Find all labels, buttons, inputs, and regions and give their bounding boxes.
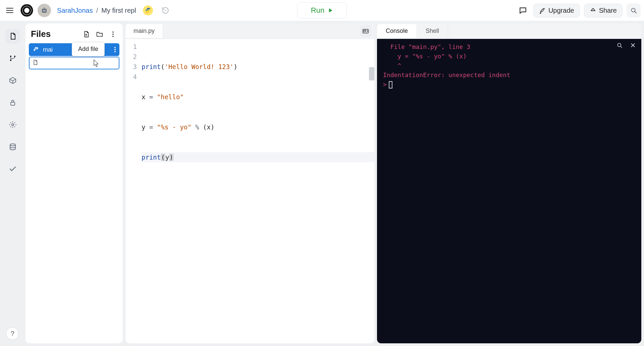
console-tabs: Console Shell xyxy=(377,23,641,39)
upgrade-button[interactable]: Upgrade xyxy=(533,4,580,17)
rail-version[interactable] xyxy=(5,51,20,66)
files-title: Files xyxy=(31,29,82,39)
term-line-1: File "main.py", line 3 xyxy=(383,42,635,52)
markdown-preview-button[interactable] xyxy=(360,25,372,37)
topbar-right: Upgrade Share xyxy=(517,3,641,17)
play-icon xyxy=(328,8,333,13)
side-rail xyxy=(3,23,23,343)
editor-scrollbar[interactable] xyxy=(369,67,374,80)
spiral-icon xyxy=(20,4,34,17)
tab-shell[interactable]: Shell xyxy=(417,24,448,38)
new-file-input[interactable] xyxy=(42,60,116,66)
share-icon xyxy=(590,7,596,14)
new-file-row[interactable] xyxy=(29,57,119,69)
term-line-2: y = "%s - yo" % (x) xyxy=(383,52,635,61)
editor-panel: main.py 1 2 3 4 print('Hello World! 123'… xyxy=(125,23,374,343)
rail-settings[interactable] xyxy=(5,117,20,132)
close-icon xyxy=(630,42,636,48)
add-folder-button[interactable] xyxy=(95,30,104,39)
check-icon xyxy=(9,165,17,173)
terminal-cursor xyxy=(389,81,392,89)
console-panel: Console Shell File "main.py", line 3 y =… xyxy=(377,23,641,343)
upgrade-label: Upgrade xyxy=(548,7,574,14)
search-icon xyxy=(630,7,637,14)
robot-icon xyxy=(40,6,48,14)
svg-point-6 xyxy=(10,56,11,57)
logo-icon[interactable] xyxy=(19,3,34,18)
gutter: 1 2 3 4 xyxy=(125,42,142,343)
topbar: SarahJonas / My first repl Run Upgrade S… xyxy=(0,0,644,21)
file-item-more[interactable] xyxy=(114,47,116,52)
breadcrumb-user[interactable]: SarahJonas xyxy=(57,7,93,14)
workspace: Files Add file mai xyxy=(0,21,644,346)
terminal-tools xyxy=(616,42,637,49)
svg-rect-3 xyxy=(44,7,45,9)
database-icon xyxy=(9,143,17,151)
rocket-icon xyxy=(539,7,546,14)
breadcrumb-project[interactable]: My first repl xyxy=(101,7,136,14)
svg-point-8 xyxy=(14,56,15,57)
menu-button[interactable] xyxy=(3,4,16,17)
code-area[interactable]: 1 2 3 4 print('Hello World! 123') x = "h… xyxy=(125,39,374,343)
rail-secrets[interactable] xyxy=(5,95,20,110)
folder-plus-icon xyxy=(96,31,103,38)
share-button[interactable]: Share xyxy=(584,4,623,17)
terminal-close[interactable] xyxy=(629,42,637,49)
rail-tests[interactable] xyxy=(5,162,20,176)
kebab-icon xyxy=(109,31,117,38)
breadcrumb-sep: / xyxy=(96,7,98,14)
svg-point-14 xyxy=(112,36,113,37)
breadcrumb: SarahJonas / My first repl xyxy=(57,7,136,14)
add-file-button[interactable]: Add file xyxy=(82,30,91,39)
files-more-button[interactable] xyxy=(109,30,117,39)
rail-files[interactable] xyxy=(5,29,20,44)
svg-point-4 xyxy=(165,10,166,11)
python-file-icon xyxy=(32,46,40,53)
box-icon xyxy=(9,76,17,84)
file-icon xyxy=(9,32,17,40)
branch-icon xyxy=(9,54,17,62)
svg-point-12 xyxy=(112,31,113,32)
run-label: Run xyxy=(311,6,324,15)
editor-tabs: main.py xyxy=(125,23,374,39)
tooltip-add-file: Add file xyxy=(72,42,105,56)
terminal[interactable]: File "main.py", line 3 y = "%s - yo" % (… xyxy=(377,39,641,343)
file-plus-icon xyxy=(83,31,90,38)
svg-point-16 xyxy=(618,43,621,47)
gear-icon xyxy=(9,121,17,129)
chat-icon xyxy=(519,6,527,15)
rail-packages[interactable] xyxy=(5,73,20,88)
language-badge xyxy=(143,5,153,15)
svg-rect-0 xyxy=(42,9,47,13)
files-header: Files Add file xyxy=(28,27,120,43)
term-line-4: IndentationError: unexpected indent xyxy=(383,70,635,80)
python-icon xyxy=(145,7,151,14)
chat-button[interactable] xyxy=(517,4,529,17)
svg-point-13 xyxy=(112,34,113,35)
blank-file-icon xyxy=(32,59,38,67)
hamburger-icon xyxy=(5,6,14,15)
term-prompt: > xyxy=(383,80,635,89)
editor-tab-main[interactable]: main.py xyxy=(125,24,163,38)
help-button[interactable]: ? xyxy=(6,327,19,340)
svg-rect-9 xyxy=(11,102,15,105)
search-icon xyxy=(616,42,623,49)
files-panel: Files Add file mai xyxy=(25,23,123,343)
code[interactable]: print('Hello World! 123') x = "hello" y … xyxy=(142,42,374,343)
svg-point-2 xyxy=(44,10,45,11)
svg-point-5 xyxy=(632,8,635,12)
svg-point-1 xyxy=(43,10,44,11)
markdown-icon xyxy=(362,27,369,35)
lock-icon xyxy=(9,99,17,107)
rail-database[interactable] xyxy=(5,139,20,154)
svg-point-10 xyxy=(12,124,14,126)
tab-console[interactable]: Console xyxy=(377,24,417,38)
history-button[interactable] xyxy=(160,5,170,15)
files-actions: Add file xyxy=(82,30,117,39)
svg-point-7 xyxy=(10,60,11,61)
search-button[interactable] xyxy=(627,3,641,17)
terminal-search[interactable] xyxy=(616,42,623,49)
run-button[interactable]: Run xyxy=(297,2,347,18)
svg-point-11 xyxy=(10,144,15,146)
avatar[interactable] xyxy=(38,4,51,17)
